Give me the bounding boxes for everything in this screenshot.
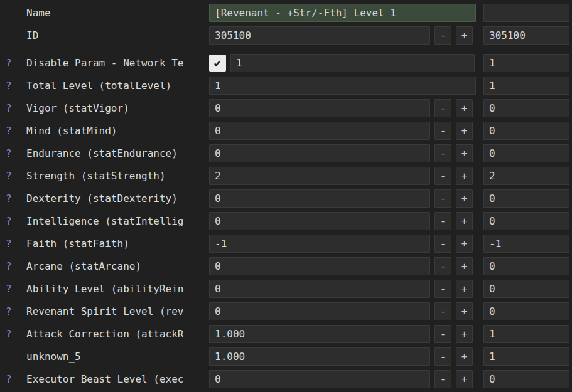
compare-value-input[interactable] bbox=[483, 122, 569, 140]
decrement-button[interactable]: - bbox=[434, 370, 451, 388]
value-input[interactable] bbox=[209, 4, 476, 22]
param-row: Name bbox=[0, 1, 572, 24]
value-cell: - + bbox=[209, 257, 476, 275]
compare-value-input[interactable] bbox=[483, 302, 569, 320]
help-icon[interactable]: ? bbox=[0, 283, 26, 295]
increment-button[interactable]: + bbox=[456, 189, 473, 208]
value-input[interactable] bbox=[209, 347, 430, 366]
decrement-button[interactable]: - bbox=[434, 302, 451, 320]
help-icon[interactable]: ? bbox=[0, 80, 26, 92]
help-icon[interactable]: ? bbox=[0, 215, 26, 227]
param-editor-table: Name ID - + ? Disable Param - Network Te bbox=[0, 0, 572, 390]
value-cell: - + bbox=[209, 99, 476, 117]
compare-value-input[interactable] bbox=[483, 99, 569, 117]
help-icon[interactable]: ? bbox=[0, 57, 26, 69]
value-input[interactable] bbox=[209, 144, 430, 162]
value-input[interactable] bbox=[209, 212, 430, 230]
help-icon[interactable]: ? bbox=[0, 125, 26, 137]
field-label: Endurance (statEndurance) bbox=[26, 147, 209, 159]
increment-button[interactable]: + bbox=[456, 257, 473, 275]
increment-button[interactable]: + bbox=[456, 325, 473, 343]
compare-value-input[interactable] bbox=[483, 235, 569, 253]
compare-value-input[interactable] bbox=[483, 26, 569, 45]
compare-value-input[interactable] bbox=[483, 54, 569, 72]
param-row: ? Ability Level (abilityRein - + bbox=[0, 277, 572, 300]
decrement-button[interactable]: - bbox=[434, 189, 451, 208]
param-row: ? Disable Param - Network Te ✔ bbox=[0, 51, 572, 74]
value-cell: ✔ bbox=[209, 54, 476, 72]
decrement-button[interactable]: - bbox=[434, 26, 451, 45]
compare-cell bbox=[483, 99, 569, 117]
increment-button[interactable]: + bbox=[456, 212, 473, 230]
help-icon[interactable]: ? bbox=[0, 328, 26, 340]
increment-button[interactable]: + bbox=[456, 347, 473, 366]
value-input[interactable] bbox=[209, 257, 430, 275]
help-icon[interactable]: ? bbox=[0, 170, 26, 182]
field-label: Attack Correction (attackR bbox=[26, 328, 209, 340]
compare-value-input[interactable] bbox=[483, 144, 569, 162]
compare-value-input[interactable] bbox=[483, 347, 569, 366]
decrement-button[interactable]: - bbox=[434, 325, 451, 343]
decrement-button[interactable]: - bbox=[434, 122, 451, 140]
increment-button[interactable]: + bbox=[456, 235, 473, 253]
compare-value-input[interactable] bbox=[483, 325, 569, 343]
value-input[interactable] bbox=[209, 26, 430, 45]
help-icon[interactable]: ? bbox=[0, 102, 26, 114]
help-icon[interactable]: ? bbox=[0, 373, 26, 385]
value-input[interactable] bbox=[209, 99, 430, 117]
decrement-button[interactable]: - bbox=[434, 167, 451, 185]
value-input[interactable] bbox=[230, 54, 475, 72]
help-icon[interactable]: ? bbox=[0, 260, 26, 272]
field-label: Faith (statFaith) bbox=[26, 238, 209, 250]
value-input[interactable] bbox=[209, 280, 430, 298]
decrement-button[interactable]: - bbox=[434, 235, 451, 253]
value-input[interactable] bbox=[209, 235, 430, 253]
increment-button[interactable]: + bbox=[456, 280, 473, 298]
value-input[interactable] bbox=[209, 122, 430, 140]
help-icon[interactable]: ? bbox=[0, 238, 26, 250]
increment-button[interactable]: + bbox=[456, 144, 473, 162]
help-icon[interactable]: ? bbox=[0, 147, 26, 159]
help-icon[interactable]: ? bbox=[0, 193, 26, 204]
increment-button[interactable]: + bbox=[456, 99, 473, 117]
param-row: unknown_5 - + bbox=[0, 345, 572, 368]
value-cell: - + bbox=[209, 347, 476, 366]
decrement-button[interactable]: - bbox=[434, 280, 451, 298]
value-input[interactable] bbox=[209, 167, 430, 185]
value-input[interactable] bbox=[209, 325, 430, 343]
increment-button[interactable]: + bbox=[456, 26, 473, 45]
value-input[interactable] bbox=[209, 302, 430, 320]
decrement-button[interactable]: - bbox=[434, 257, 451, 275]
increment-button[interactable]: + bbox=[456, 122, 473, 140]
param-row: ? Strength (statStrength) - + bbox=[0, 164, 572, 187]
decrement-button[interactable]: - bbox=[434, 347, 451, 366]
compare-value-input[interactable] bbox=[483, 189, 569, 208]
decrement-button[interactable]: - bbox=[434, 144, 451, 162]
decrement-button[interactable]: - bbox=[434, 212, 451, 230]
compare-cell bbox=[483, 122, 569, 140]
decrement-button[interactable]: - bbox=[434, 99, 451, 117]
value-cell: - + bbox=[209, 325, 476, 343]
value-input[interactable] bbox=[209, 77, 476, 95]
compare-value-input[interactable] bbox=[483, 77, 569, 95]
help-icon[interactable]: ? bbox=[0, 305, 26, 317]
checkbox[interactable]: ✔ bbox=[209, 55, 226, 72]
increment-button[interactable]: + bbox=[456, 167, 473, 185]
value-cell: - + bbox=[209, 122, 476, 140]
compare-value-input[interactable] bbox=[483, 167, 569, 185]
compare-value-input[interactable] bbox=[483, 257, 569, 275]
field-label: Intelligence (statIntellig bbox=[26, 215, 209, 227]
compare-cell bbox=[483, 280, 569, 298]
compare-value-input[interactable] bbox=[483, 4, 569, 22]
value-input[interactable] bbox=[209, 189, 430, 208]
compare-value-input[interactable] bbox=[483, 280, 569, 298]
increment-button[interactable]: + bbox=[456, 302, 473, 320]
compare-value-input[interactable] bbox=[483, 212, 569, 230]
compare-cell bbox=[483, 347, 569, 366]
value-input[interactable] bbox=[209, 370, 430, 388]
compare-value-input[interactable] bbox=[483, 370, 569, 388]
increment-button[interactable]: + bbox=[456, 370, 473, 388]
compare-cell bbox=[483, 257, 569, 275]
field-label: Dexterity (statDexterity) bbox=[26, 193, 209, 204]
value-cell: - + bbox=[209, 212, 476, 230]
